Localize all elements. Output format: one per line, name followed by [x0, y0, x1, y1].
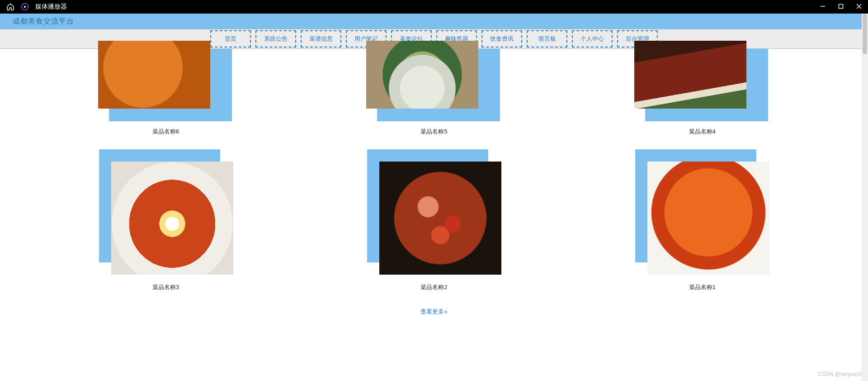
site-title: 成都美食交流平台 [13, 17, 74, 26]
svg-marker-1 [24, 5, 27, 8]
nav-guestbook[interactable]: 留言板 [527, 30, 567, 48]
dish-card[interactable]: 菜品名称6 [45, 49, 286, 136]
window-titlebar: 媒体播放器 [0, 0, 868, 14]
nav-food-news[interactable]: 饮食资讯 [481, 30, 522, 48]
window-controls [820, 3, 862, 11]
main-content: 菜品名称6 菜品名称5 菜品名称4 菜品名称3 [0, 49, 868, 325]
dish-card[interactable]: 菜品名称4 [582, 49, 823, 136]
nav-announcements[interactable]: 系统公告 [255, 30, 296, 48]
home-icon[interactable] [6, 3, 14, 11]
dish-card[interactable]: 菜品名称5 [313, 49, 554, 136]
nav-recipes[interactable]: 菜谱信息 [301, 30, 341, 48]
vertical-scrollbar[interactable] [862, 14, 868, 325]
nav-home[interactable]: 首页 [210, 30, 251, 48]
dish-image [366, 41, 478, 109]
dish-card[interactable]: 菜品名称1 [582, 149, 823, 291]
close-icon[interactable] [856, 3, 862, 11]
dish-title: 菜品名称5 [420, 128, 447, 136]
dish-title: 菜品名称4 [689, 128, 716, 136]
dish-title: 菜品名称6 [152, 128, 179, 136]
maximize-icon[interactable] [838, 3, 844, 11]
media-player-icon[interactable] [21, 3, 29, 11]
dish-title: 菜品名称1 [689, 283, 716, 291]
view-more-link[interactable]: 查看更多» [45, 308, 823, 316]
site-header: 成都美食交流平台 [0, 14, 868, 29]
dish-image [111, 162, 233, 275]
view-more-label: 查看更多 [420, 308, 444, 315]
window-title: 媒体播放器 [35, 3, 67, 11]
dish-card[interactable]: 菜品名称3 [45, 149, 286, 291]
dish-title: 菜品名称3 [152, 283, 179, 291]
dish-image [634, 41, 746, 109]
dish-image [98, 41, 210, 109]
dish-title: 菜品名称2 [420, 283, 447, 291]
dish-card[interactable]: 菜品名称2 [313, 149, 554, 291]
chevron-double-right-icon: » [444, 308, 447, 315]
dish-image [379, 162, 501, 275]
dish-image [647, 162, 769, 275]
scrollbar-thumb[interactable] [863, 14, 867, 54]
minimize-icon[interactable] [820, 3, 826, 11]
svg-rect-3 [839, 5, 843, 9]
nav-profile[interactable]: 个人中心 [572, 30, 613, 48]
